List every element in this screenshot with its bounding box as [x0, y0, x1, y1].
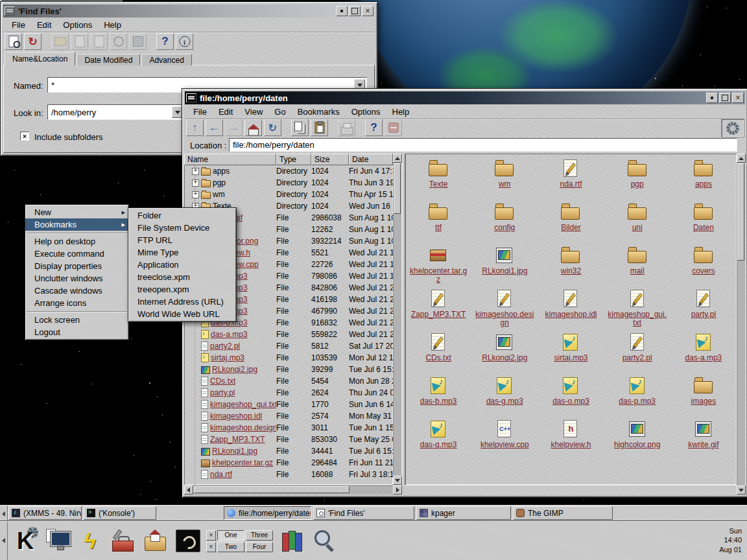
- file-icon-item[interactable]: das-b.mp3: [405, 375, 471, 419]
- maximize-button[interactable]: [349, 6, 361, 16]
- file-label[interactable]: config: [494, 224, 515, 232]
- table-row[interactable]: khelpcenter.tar.gz File 296484 Fri Jun 1…: [184, 457, 393, 469]
- table-row[interactable]: party.pl File 2624 Thu Jun 24 0: [184, 387, 393, 399]
- desktop-button[interactable]: One: [217, 530, 244, 541]
- file-icon-item[interactable]: win32: [538, 245, 604, 288]
- file-name[interactable]: pgp: [213, 178, 226, 187]
- submenu-item[interactable]: Application: [128, 259, 236, 271]
- table-row[interactable]: wm Directory 1024 Thu Apr 15 17: [184, 189, 393, 200]
- desktop-button[interactable]: Three: [246, 530, 273, 541]
- file-label[interactable]: highcolor.png: [614, 441, 660, 449]
- file-name[interactable]: das-a.mp3: [211, 330, 248, 339]
- table-row[interactable]: RLkonqi1.jpg File 34441 Tue Jul 6 15:: [184, 445, 393, 457]
- file-label[interactable]: win32: [561, 267, 581, 275]
- table-row[interactable]: apps Directory 1024 Fri Jun 4 17:3: [184, 165, 393, 177]
- context-menu-item[interactable]: Lock screen: [25, 314, 128, 326]
- file-icon-item[interactable]: ttf: [405, 202, 471, 245]
- file-icon-item[interactable]: RLkonqi2.jpg: [471, 332, 538, 375]
- tab[interactable]: Date Modified: [77, 54, 140, 65]
- toolbar-button[interactable]: [311, 119, 328, 136]
- file-label[interactable]: uni: [632, 224, 643, 232]
- minimize-button[interactable]: [706, 93, 718, 103]
- lightning-dialer-icon[interactable]: ϟ: [75, 525, 105, 557]
- taskbar-button[interactable]: kpager: [416, 506, 511, 520]
- tree-horizontal-scrollbar[interactable]: [184, 485, 402, 495]
- table-row[interactable]: kimageshop.design File 3011 Tue Jun 1 15: [184, 422, 393, 434]
- scroll-up-button[interactable]: [737, 154, 746, 163]
- toolbar-button[interactable]: [129, 33, 147, 50]
- file-name[interactable]: party.pl: [210, 388, 235, 397]
- taskbar-button[interactable]: (XMMS - 49. Nirvan...: [8, 506, 82, 520]
- context-menu-item[interactable]: [25, 309, 128, 314]
- submenu-item[interactable]: FTP URL: [128, 234, 236, 246]
- tab[interactable]: Name&Location: [5, 52, 75, 65]
- file-icon-item[interactable]: apps: [670, 158, 737, 202]
- file-name[interactable]: kimageshop_gui.txt: [210, 400, 276, 409]
- toolbar-button[interactable]: [365, 119, 383, 136]
- file-icon-item[interactable]: wm: [471, 158, 538, 202]
- k-menu-button[interactable]: K: [10, 525, 40, 557]
- file-icon-item[interactable]: party2.pl: [604, 332, 670, 375]
- toolbar-button[interactable]: [110, 33, 127, 50]
- file-label[interactable]: das-q.mp3: [420, 441, 457, 449]
- table-row[interactable]: pgp Directory 1024 Thu Jun 3 19: [184, 177, 393, 189]
- file-label[interactable]: das-b.mp3: [420, 397, 457, 406]
- file-icon-item[interactable]: kimageshop_gui.txt: [604, 288, 670, 332]
- context-menu-item[interactable]: Unclutter windows: [25, 272, 128, 285]
- file-icon-item[interactable]: party.pl: [670, 288, 737, 332]
- file-label[interactable]: party2.pl: [622, 354, 652, 362]
- file-name[interactable]: nda.rtf: [210, 470, 232, 479]
- column-header[interactable]: Type: [276, 154, 311, 165]
- title-bar[interactable]: 'Find Files' ×: [3, 5, 375, 18]
- file-icon-item[interactable]: sirtaj.mp3: [538, 332, 604, 375]
- context-menu-item[interactable]: Arrange icons: [25, 297, 128, 309]
- include-subfolders-checkbox[interactable]: [20, 132, 29, 141]
- tree-expander-icon[interactable]: [192, 168, 199, 175]
- taskbar-button[interactable]: ('Konsole'): [84, 506, 156, 520]
- file-icon-item[interactable]: highcolor.png: [604, 419, 670, 462]
- menu-item[interactable]: Go: [268, 105, 291, 119]
- table-row[interactable]: nda.rtf File 16088 Fri Jul 3 18:1: [184, 469, 393, 480]
- window-menu-icon[interactable]: [5, 6, 15, 16]
- taskbar-button[interactable]: file:/home/perry/daten: [224, 506, 311, 520]
- scrollbar-thumb[interactable]: [737, 163, 744, 261]
- file-label[interactable]: kimageshop.design: [475, 310, 534, 327]
- desktop-button[interactable]: Four: [246, 542, 273, 552]
- file-label[interactable]: kimageshop.idl: [545, 310, 597, 319]
- magnifier-icon[interactable]: [309, 525, 339, 557]
- file-icon-item[interactable]: kimageshop.design: [471, 288, 538, 332]
- toolbar-button[interactable]: [186, 119, 204, 136]
- context-menu-item[interactable]: Cascade windows: [25, 285, 128, 297]
- table-row[interactable]: CDs.txt File 5454 Mon Jun 28 2: [184, 375, 393, 387]
- file-icon-item[interactable]: kwrite.gif: [670, 419, 737, 462]
- minimize-button[interactable]: [336, 6, 348, 16]
- context-menu-item[interactable]: Help on desktop: [25, 235, 128, 248]
- file-label[interactable]: das-o.mp3: [552, 397, 589, 406]
- taskbar-hide-button[interactable]: [0, 506, 8, 520]
- menu-item[interactable]: File: [187, 105, 213, 119]
- submenu-item[interactable]: Folder: [128, 209, 236, 222]
- file-label[interactable]: kwrite.gif: [688, 441, 718, 449]
- submenu-item[interactable]: treeclose.xpm: [128, 271, 236, 283]
- submenu-item[interactable]: World Wide Web URL: [128, 308, 236, 320]
- file-icon-item[interactable]: CDs.txt: [405, 332, 471, 375]
- file-name[interactable]: wm: [213, 190, 225, 199]
- file-label[interactable]: nda.rtf: [560, 180, 582, 189]
- file-icon-item[interactable]: das-g.mp3: [471, 375, 538, 419]
- menu-item[interactable]: Edit: [213, 105, 239, 119]
- file-label[interactable]: khelpview.h: [551, 441, 591, 449]
- panel-hide-button[interactable]: [0, 522, 8, 560]
- toolbar-button[interactable]: [24, 33, 42, 50]
- file-icon-item[interactable]: khelpcenter.tar.gz: [405, 245, 471, 288]
- file-label[interactable]: images: [691, 397, 717, 406]
- close-icon[interactable]: [206, 530, 216, 541]
- table-row[interactable]: sirtaj.mp3 File 103539 Mon Jul 12 1: [184, 352, 393, 364]
- file-label[interactable]: apps: [695, 180, 712, 189]
- file-icon-item[interactable]: das-a.mp3: [670, 332, 737, 375]
- table-row[interactable]: RLkonqi2.jpg File 39299 Tue Jul 6 15:: [184, 364, 393, 375]
- tree-expander-icon[interactable]: [192, 191, 199, 198]
- file-icon-item[interactable]: khelpview.h: [538, 419, 604, 462]
- file-name[interactable]: RLkonqi1.jpg: [212, 447, 257, 456]
- file-label[interactable]: Texte: [429, 180, 448, 189]
- scroll-down-button[interactable]: [737, 485, 746, 495]
